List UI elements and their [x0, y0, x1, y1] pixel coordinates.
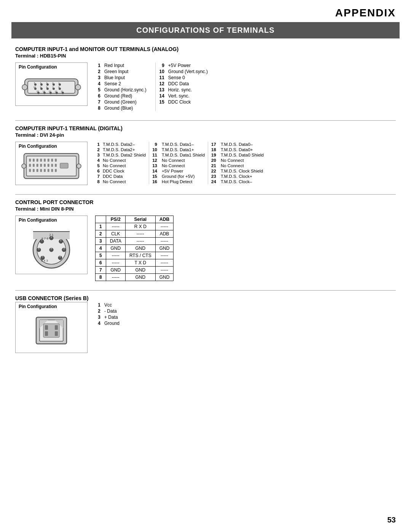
- digital-pin-config-box: Pin Configuration: [15, 142, 88, 185]
- svg-point-2: [22, 85, 27, 90]
- svg-rect-47: [33, 164, 35, 167]
- svg-rect-44: [51, 159, 53, 162]
- svg-rect-60: [51, 169, 53, 172]
- svg-rect-61: [55, 169, 57, 172]
- svg-rect-57: [40, 169, 42, 172]
- svg-rect-94: [55, 331, 58, 336]
- svg-rect-52: [51, 164, 53, 167]
- svg-text:11: 11: [61, 90, 64, 93]
- svg-text:5: 5: [42, 255, 43, 258]
- table-row: 6 DDC Clock 14 +5V Power 22 T.M.D.S. Clo…: [95, 168, 265, 174]
- digital-title: COMPUTER INPUT-1 TERMINAL (DIGITAL): [15, 125, 396, 131]
- table-row: 3 + Data: [95, 314, 122, 320]
- usb-pin-table-container: 1 Vcc 2 - Data 3 + Data 4: [95, 302, 122, 326]
- table-row: 4 Ground: [95, 320, 122, 326]
- table-row: 2 - Data: [95, 308, 122, 314]
- digital-section: COMPUTER INPUT-1 TERMINAL (DIGITAL) Term…: [15, 125, 396, 185]
- svg-rect-55: [33, 169, 35, 172]
- svg-text:14: 14: [43, 90, 45, 93]
- analog-subtitle: Terminal : HDB15-PIN: [15, 53, 396, 59]
- control-pin-config-label: Pin Configuration: [19, 217, 57, 223]
- table-row: 5 Ground (Horiz.sync.) 13 Horiz. sync.: [95, 87, 210, 93]
- table-row: 8 No Connect 16 Hot Plug Detect 24 T.M.D…: [95, 179, 265, 184]
- table-row: 7 GND GND -----: [96, 267, 174, 274]
- table-row: 1 Red Input 9 +5V Power: [95, 62, 210, 69]
- svg-point-3: [75, 85, 81, 90]
- svg-rect-46: [29, 164, 31, 167]
- control-section: CONTROL PORT CONNECTOR Terminal : Mini D…: [15, 199, 396, 281]
- svg-rect-48: [37, 164, 38, 167]
- digital-pin-table-container: 1 T.M.D.S. Data2– 9 T.M.D.S. Data1– 17 T…: [95, 142, 265, 184]
- svg-text:6: 6: [38, 247, 40, 250]
- svg-text:13: 13: [49, 90, 51, 93]
- svg-rect-51: [48, 164, 49, 167]
- usb-pin-config-box: Pin Configuration: [15, 302, 88, 353]
- page-title-bar: CONFIGURATIONS OF TERMINALS: [11, 22, 400, 38]
- analog-pin-config-label: Pin Configuration: [19, 64, 57, 70]
- table-row: 3 T.M.D.S. Data2 Shield 11 T.M.D.S. Data…: [95, 152, 265, 158]
- control-pin-table: PS/2 Serial ADB 1 ----- R X D -----: [95, 216, 174, 281]
- svg-point-36: [22, 164, 26, 168]
- table-row: 5 ----- RTS / CTS -----: [96, 252, 174, 259]
- analog-title: COMPUTER INPUT-1 and MONITOR OUT TERMINA…: [15, 46, 396, 52]
- svg-rect-40: [37, 159, 38, 162]
- digital-pin-config-label: Pin Configuration: [19, 144, 57, 149]
- appendix-header: APPENDIX: [0, 0, 411, 22]
- table-row: 1 ----- R X D -----: [96, 223, 174, 230]
- page-number: 53: [387, 516, 396, 524]
- svg-rect-49: [40, 164, 42, 167]
- svg-text:8: 8: [51, 247, 52, 250]
- svg-point-37: [76, 164, 81, 168]
- table-row: 7 DDC Data 15 Ground (for +5V) 23 T.M.D.…: [95, 174, 265, 179]
- svg-rect-91: [45, 325, 48, 330]
- analog-connector-diagram: 5 4 3 2 1 10 9 8 7: [21, 72, 82, 102]
- svg-rect-41: [40, 159, 42, 162]
- table-row: 1 T.M.D.S. Data2– 9 T.M.D.S. Data1– 17 T…: [95, 142, 265, 147]
- table-row: 6 ----- T X D -----: [96, 259, 174, 267]
- table-header-row: PS/2 Serial ADB: [96, 216, 174, 223]
- svg-rect-50: [44, 164, 46, 167]
- header-title: APPENDIX: [335, 7, 396, 19]
- svg-rect-43: [48, 159, 49, 162]
- table-row: 8 Ground (Blue): [95, 105, 210, 111]
- usb-pin-table: 1 Vcc 2 - Data 3 + Data 4: [95, 302, 122, 326]
- table-row: 4 No Connect 12 No Connect 20 No Connect: [95, 158, 265, 163]
- svg-text:10: 10: [33, 86, 36, 88]
- svg-text:4: 4: [59, 255, 61, 258]
- digital-connector-diagram: [21, 151, 82, 182]
- svg-text:15: 15: [37, 90, 39, 93]
- control-subtitle: Terminal : Mini DIN 8-PIN: [15, 206, 396, 212]
- control-pin-table-container: PS/2 Serial ADB 1 ----- R X D -----: [95, 216, 174, 281]
- svg-rect-56: [37, 169, 38, 172]
- page-title: CONFIGURATIONS OF TERMINALS: [11, 26, 400, 35]
- svg-rect-58: [44, 169, 46, 172]
- svg-rect-93: [45, 331, 48, 336]
- analog-pin-table: 1 Red Input 9 +5V Power 2 Green Input 10…: [95, 62, 210, 111]
- digital-subtitle: Terminal : DVI 24-pin: [15, 132, 396, 138]
- svg-text:3: 3: [63, 247, 65, 250]
- svg-rect-38: [29, 159, 31, 162]
- usb-section: USB CONNECTOR (Series B) Pin Configurati…: [15, 295, 396, 353]
- table-row: 4 GND GND GND: [96, 245, 174, 252]
- table-row: 8 ----- GND GND: [96, 274, 174, 281]
- svg-text:2 1: 2 1: [49, 233, 54, 236]
- svg-text:2: 2: [60, 239, 62, 241]
- digital-pin-table: 1 T.M.D.S. Data2– 9 T.M.D.S. Data1– 17 T…: [95, 142, 265, 184]
- table-row: 7 Ground (Green) 15 DDC Clock: [95, 99, 210, 105]
- svg-rect-59: [48, 169, 49, 172]
- table-row: 3 DATA ----- -----: [96, 238, 174, 245]
- table-row: 5 No Connect 13 No Connect 21 No Connect: [95, 163, 265, 168]
- table-row: 1 Vcc: [95, 302, 122, 308]
- usb-connector-diagram: [27, 312, 76, 350]
- svg-text:5  4 3: 5 4 3: [41, 259, 48, 262]
- control-title: CONTROL PORT CONNECTOR: [15, 199, 396, 205]
- svg-rect-62: [60, 163, 68, 168]
- svg-rect-54: [29, 169, 31, 172]
- control-connector-diagram: 1 2 3 4 5: [23, 225, 80, 271]
- usb-pin-config-label: Pin Configuration: [19, 304, 57, 309]
- svg-text:8 7 6: 8 7 6: [41, 237, 48, 240]
- svg-rect-53: [55, 164, 57, 167]
- table-row: 2 T.M.D.S. Data2+ 10 T.M.D.S. Data1+ 18 …: [95, 147, 265, 152]
- svg-rect-92: [55, 325, 58, 330]
- table-row: 4 Sense 2 12 DDC Data: [95, 81, 210, 87]
